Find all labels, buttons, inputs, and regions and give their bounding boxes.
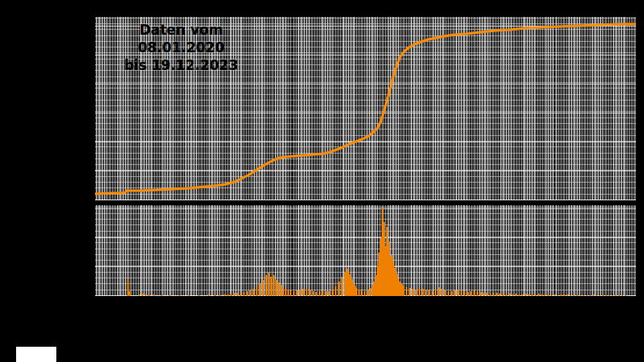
bar: [208, 294, 209, 296]
bar: [592, 294, 594, 296]
bar: [188, 295, 190, 296]
bar: [489, 294, 491, 296]
bar: [496, 293, 497, 296]
bar: [438, 287, 440, 296]
bar: [328, 291, 330, 296]
bar: [564, 294, 565, 296]
bar: [531, 294, 533, 296]
bar: [367, 290, 369, 296]
bar: [278, 282, 279, 296]
bar: [464, 291, 465, 296]
bar: [444, 290, 446, 296]
bar: [335, 286, 336, 296]
bar: [448, 291, 449, 296]
bar: [275, 280, 277, 296]
bar: [493, 293, 494, 296]
bar: [161, 295, 163, 296]
bar: [547, 294, 549, 296]
bar: [341, 277, 343, 296]
bar: [138, 294, 140, 296]
bar: [467, 292, 469, 296]
bar: [551, 295, 552, 296]
bar: [525, 294, 526, 296]
bar: [535, 294, 536, 296]
bar: [409, 288, 411, 296]
bar: [233, 293, 235, 296]
bar: [412, 289, 414, 296]
bar: [477, 291, 478, 296]
bar: [280, 285, 282, 296]
bar: [470, 291, 472, 296]
bar: [142, 294, 143, 296]
bar: [480, 292, 481, 296]
bar: [285, 289, 287, 296]
bar: [290, 290, 291, 296]
bar: [319, 291, 320, 296]
bar: [287, 290, 289, 296]
bar: [256, 286, 258, 296]
bar: [554, 294, 555, 296]
bar: [419, 288, 420, 296]
bar: [316, 292, 317, 296]
bar: [268, 273, 270, 296]
bar: [435, 290, 436, 296]
bar: [589, 295, 591, 296]
chart-screen: Daten vom 08.01.2020 bis 19.12.2023: [0, 0, 644, 362]
bar: [293, 291, 295, 296]
bar: [309, 290, 311, 296]
bar: [586, 295, 588, 296]
bar: [262, 280, 264, 296]
bar: [570, 295, 572, 296]
bar: [224, 294, 225, 296]
bar: [599, 295, 601, 296]
bar: [243, 292, 245, 296]
bar: [457, 290, 459, 296]
daily-bar-series: [95, 205, 636, 296]
bar: [605, 295, 607, 296]
bar: [198, 295, 200, 296]
bar: [325, 291, 327, 296]
bar: [259, 283, 261, 296]
bar: [583, 295, 584, 296]
bar: [602, 295, 604, 296]
bar: [460, 290, 462, 296]
bar: [237, 293, 238, 296]
bar: [509, 294, 510, 296]
cumulative-line-panel: Daten vom 08.01.2020 bis 19.12.2023: [95, 17, 636, 200]
bar: [169, 295, 171, 296]
bar: [618, 295, 620, 296]
bar: [402, 286, 404, 296]
bar: [615, 295, 617, 296]
bar: [145, 294, 147, 296]
bar: [502, 293, 504, 296]
bar: [473, 290, 475, 296]
bar: [332, 290, 333, 296]
bar: [544, 294, 546, 296]
bar: [557, 295, 559, 296]
bar: [612, 295, 613, 296]
daily-bars-panel: [95, 205, 636, 296]
bar: [425, 290, 427, 296]
bar: [522, 294, 523, 296]
bar: [312, 291, 314, 296]
bar: [303, 289, 304, 296]
bar: [441, 289, 443, 296]
bar: [227, 294, 229, 296]
bar: [580, 295, 581, 296]
bar: [541, 294, 543, 296]
bar: [129, 291, 130, 296]
bar: [621, 295, 623, 296]
bar: [253, 289, 254, 296]
bar: [361, 290, 362, 296]
bar: [219, 294, 221, 296]
bar: [153, 294, 155, 296]
bar: [512, 294, 514, 296]
bar: [483, 293, 485, 296]
bar: [515, 294, 517, 296]
bar: [369, 288, 371, 296]
bar: [240, 294, 242, 296]
bar: [283, 287, 284, 296]
bar: [358, 290, 360, 296]
bar: [625, 295, 626, 296]
bar: [428, 290, 430, 296]
